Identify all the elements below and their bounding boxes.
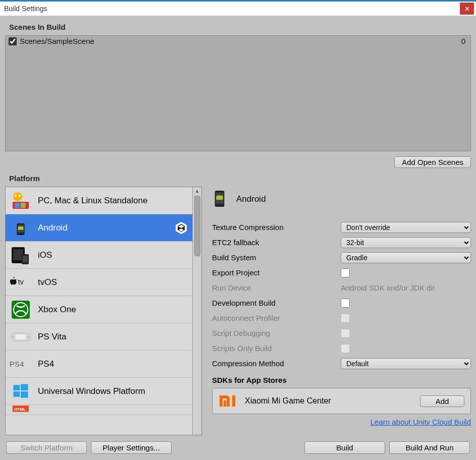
platform-label-text: PS Vita [38,332,188,342]
content-area: Scenes In Build Scenes/SampleScene 0 Add… [0,16,476,460]
compression-method-label: Compression Method [212,359,341,368]
xbox-icon [10,299,32,321]
platform-list[interactable]: PC, Mac & Linux Standalone Android [5,187,202,435]
build-and-run-button[interactable]: Build And Run [389,441,470,454]
platform-item-pc[interactable]: PC, Mac & Linux Standalone [6,187,192,214]
xiaomi-icon [219,393,237,409]
window-title: Build Settings [2,5,460,13]
platform-scrollbar[interactable]: ▲ [192,187,201,435]
sdk-heading: SDKs for App Stores [212,376,471,384]
sdk-add-button[interactable]: Add [420,395,464,407]
run-device-value: Android SDK and/or JDK dir [341,283,435,292]
tvos-icon: tv [10,271,32,294]
player-settings-button[interactable]: Player Settings... [91,441,172,454]
svg-rect-18 [12,301,30,319]
psvita-icon [10,326,32,348]
android-icon [10,217,32,239]
platform-area: PC, Mac & Linux Standalone Android [5,187,471,435]
svg-point-2 [19,195,21,197]
platform-item-html[interactable]: HTML [6,405,192,415]
ios-icon [10,244,32,266]
svg-point-0 [13,192,22,201]
platform-label-text: PC, Mac & Linux Standalone [38,196,188,206]
svg-rect-5 [21,203,26,208]
platform-label-text: Android [38,223,168,233]
scroll-up-arrow[interactable]: ▲ [194,187,201,195]
html-icon: HTML [10,406,32,415]
texture-compression-select[interactable]: Don't override [341,222,471,233]
svg-text:HTML: HTML [14,407,25,411]
development-build-checkbox[interactable] [341,299,350,308]
compression-method-select[interactable]: Default [341,358,471,369]
platform-item-android[interactable]: Android [6,214,192,242]
platform-details: Android Texture Compression Don't overri… [212,187,471,435]
export-project-label: Export Project [212,268,341,277]
svg-rect-4 [15,203,20,208]
platform-item-xbox[interactable]: Xbox One [6,296,192,323]
svg-rect-34 [232,395,235,407]
details-title: Android [236,194,266,204]
development-build-label: Development Build [212,299,341,307]
etc2-fallback-label: ETC2 fallback [212,238,341,247]
texture-compression-label: Texture Compression [212,223,341,232]
svg-text:tv: tv [18,278,24,286]
windows-icon [10,380,32,402]
build-settings-window: Build Settings ✕ Scenes In Build Scenes/… [0,0,476,460]
svg-rect-28 [21,391,28,398]
platform-item-tvos[interactable]: tv tvOS [6,269,192,296]
svg-rect-26 [21,384,28,390]
build-button[interactable]: Build [304,441,385,454]
autoconnect-profiler-label: Autoconnect Profiler [212,314,341,322]
export-project-checkbox[interactable] [341,268,350,277]
svg-rect-25 [13,385,20,390]
scripts-only-build-checkbox [341,344,350,353]
build-system-label: Build System [212,253,341,262]
svg-rect-21 [16,334,26,339]
svg-point-1 [15,195,17,197]
scroll-thumb[interactable] [194,196,200,256]
platform-label-text: iOS [38,250,188,260]
svg-point-23 [27,336,29,338]
platform-item-ps4[interactable]: PS4 PS4 [6,351,192,378]
autoconnect-profiler-checkbox [341,314,350,323]
svg-rect-33 [224,400,226,407]
scene-row[interactable]: Scenes/SampleScene 0 [6,36,470,46]
pcmac-icon [10,190,32,212]
ps4-icon: PS4 [10,353,32,375]
script-debugging-checkbox [341,329,350,338]
run-device-label: Run Device [212,283,341,292]
svg-rect-16 [23,256,28,262]
svg-point-22 [12,336,14,338]
close-icon: ✕ [464,5,470,13]
unity-logo-icon [174,221,188,235]
scene-checkbox[interactable] [9,37,17,45]
platform-label: Platform [9,174,471,183]
details-header: Android [212,190,471,209]
build-system-select[interactable]: Gradle [341,252,471,263]
sdk-name: Xiaomi Mi Game Center [245,396,412,406]
scenes-in-build-label: Scenes In Build [9,23,471,31]
title-bar: Build Settings ✕ [0,2,476,16]
scene-index: 0 [461,37,467,45]
sdk-box: Xiaomi Mi Game Center Add [212,388,471,414]
etc2-fallback-select[interactable]: 32-bit [341,237,471,248]
script-debugging-label: Script Debugging [212,329,341,337]
close-button[interactable]: ✕ [460,3,474,15]
scenes-list[interactable]: Scenes/SampleScene 0 [5,35,471,151]
scripts-only-build-label: Scripts Only Build [212,344,341,353]
svg-text:PS4: PS4 [10,360,24,368]
platform-item-uwp[interactable]: Universal Windows Platform [6,378,192,405]
scene-name: Scenes/SampleScene [20,37,461,45]
bottom-bar: Switch Platform Player Settings... Build… [5,438,471,455]
switch-platform-button: Switch Platform [6,441,87,454]
learn-cloud-build-link[interactable]: Learn about Unity Cloud Build [371,418,471,426]
android-icon [212,190,228,209]
svg-rect-27 [13,391,20,397]
add-open-scenes-button[interactable]: Add Open Scenes [394,156,471,168]
platform-label-text: Xbox One [38,305,188,315]
platform-label-text: PS4 [38,359,188,369]
platform-label-text: tvOS [38,277,188,288]
platform-item-ios[interactable]: iOS [6,242,192,269]
platform-item-psvita[interactable]: PS Vita [6,323,192,351]
platform-label-text: Universal Windows Platform [38,386,188,396]
